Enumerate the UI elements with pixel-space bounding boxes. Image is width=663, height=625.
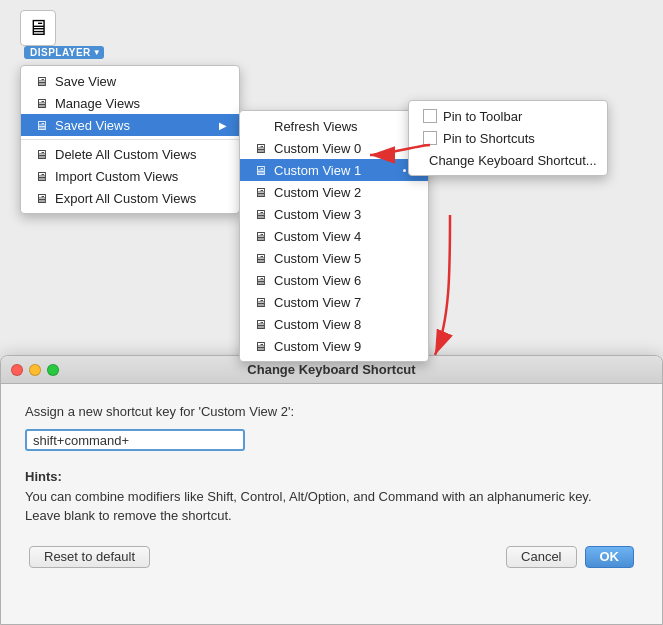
monitor-icon: 🖥 xyxy=(33,95,49,111)
context-menu: Pin to Toolbar Pin to Shortcuts Change K… xyxy=(408,100,608,176)
menu-item-custom-view-8[interactable]: 🖥 Custom View 8 xyxy=(240,313,428,335)
monitor-icon: 🖥 xyxy=(252,272,268,288)
zoom-button[interactable] xyxy=(47,364,59,376)
menu-item-custom-view-6[interactable]: 🖥 Custom View 6 xyxy=(240,269,428,291)
monitor-icon: 🖥 xyxy=(252,338,268,354)
monitor-icon: 🖥 xyxy=(252,184,268,200)
menu-item-custom-view-9[interactable]: 🖥 Custom View 9 xyxy=(240,335,428,357)
main-menu: 🖥 Save View 🖥 Manage Views 🖥 Saved Views… xyxy=(20,65,240,214)
menu-item-saved-views[interactable]: 🖥 Saved Views ▶ Refresh Views 🖥 Custom V… xyxy=(21,114,239,136)
menu-item-custom-view-1[interactable]: 🖥 Custom View 1 xyxy=(240,159,428,181)
monitor-icon: 🖥 xyxy=(33,168,49,184)
monitor-icon: 🖥 xyxy=(33,190,49,206)
menu-item-custom-view-2[interactable]: 🖥 Custom View 2 xyxy=(240,181,428,203)
menu-item-custom-view-5[interactable]: 🖥 Custom View 5 xyxy=(240,247,428,269)
monitor-icon: 🖥 xyxy=(252,162,268,178)
ok-button[interactable]: OK xyxy=(585,546,635,568)
monitor-icon: 🖥 xyxy=(252,206,268,222)
close-button[interactable] xyxy=(11,364,23,376)
monitor-icon: 🖥 xyxy=(252,316,268,332)
menu-item-delete-custom[interactable]: 🖥 Delete All Custom Views xyxy=(21,143,239,165)
menu-item-custom-view-4[interactable]: 🖥 Custom View 4 xyxy=(240,225,428,247)
displayer-label: DISPLAYER xyxy=(30,47,91,58)
separator xyxy=(21,139,239,140)
shortcut-input[interactable] xyxy=(25,429,245,451)
dialog-title: Change Keyboard Shortcut xyxy=(247,362,415,377)
dialog-label: Assign a new shortcut key for 'Custom Vi… xyxy=(25,404,638,419)
menu-item-custom-view-0[interactable]: 🖥 Custom View 0 xyxy=(240,137,428,159)
displayer-button[interactable]: DISPLAYER ▼ xyxy=(24,46,104,59)
hints-text: You can combine modifiers like Shift, Co… xyxy=(25,489,592,524)
traffic-lights xyxy=(11,364,59,376)
menu-item-export-custom[interactable]: 🖥 Export All Custom Views xyxy=(21,187,239,209)
monitor-icon: 🖥 xyxy=(33,73,49,89)
monitor-icon: 🖥 xyxy=(252,228,268,244)
monitor-icon: 🖥 xyxy=(33,146,49,162)
monitor-icon: 🖥 xyxy=(252,250,268,266)
hints-title: Hints: xyxy=(25,469,62,484)
minimize-button[interactable] xyxy=(29,364,41,376)
dialog-window: Change Keyboard Shortcut Assign a new sh… xyxy=(0,355,663,625)
monitor-icon: 🖥 xyxy=(252,140,268,156)
menu-item-manage-views[interactable]: 🖥 Manage Views xyxy=(21,92,239,114)
context-item-pin-toolbar[interactable]: Pin to Toolbar xyxy=(409,105,607,127)
btn-right-group: Cancel OK xyxy=(506,546,634,568)
menu-item-custom-view-7[interactable]: 🖥 Custom View 7 xyxy=(240,291,428,313)
menu-item-import-custom[interactable]: 🖥 Import Custom Views xyxy=(21,165,239,187)
checkbox-pin-shortcuts xyxy=(423,131,437,145)
monitor-icon: 🖥 xyxy=(27,15,49,41)
menu-item-custom-view-3[interactable]: 🖥 Custom View 3 xyxy=(240,203,428,225)
dialog-buttons: Reset to default Cancel OK xyxy=(25,546,638,568)
cancel-button[interactable]: Cancel xyxy=(506,546,576,568)
displayer-dropdown-icon: ▼ xyxy=(93,48,101,57)
dialog-hints: Hints: You can combine modifiers like Sh… xyxy=(25,467,638,526)
context-item-pin-shortcuts[interactable]: Pin to Shortcuts xyxy=(409,127,607,149)
menu-item-refresh-views[interactable]: Refresh Views xyxy=(240,115,428,137)
monitor-icon: 🖥 xyxy=(33,117,49,133)
monitor-icon: 🖥 xyxy=(252,294,268,310)
reset-button[interactable]: Reset to default xyxy=(29,546,150,568)
submenu-arrow: ▶ xyxy=(219,120,227,131)
menu-item-save-view[interactable]: 🖥 Save View xyxy=(21,70,239,92)
checkbox-pin-toolbar xyxy=(423,109,437,123)
spacer-icon xyxy=(252,118,268,134)
menus-area: 🖥 DISPLAYER ▼ 🖥 Save View 🖥 Manage Views… xyxy=(20,10,240,214)
context-item-change-shortcut[interactable]: Change Keyboard Shortcut... xyxy=(409,149,607,171)
saved-views-submenu: Refresh Views 🖥 Custom View 0 🖥 Custom V… xyxy=(239,110,429,362)
dialog-body: Assign a new shortcut key for 'Custom Vi… xyxy=(1,384,662,584)
